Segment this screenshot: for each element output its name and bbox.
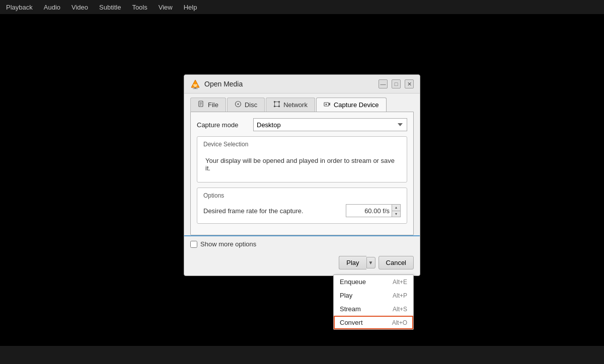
dropdown-stream-shortcut: Alt+S <box>393 306 407 313</box>
frame-rate-spinbox: ▴ ▾ <box>346 204 401 217</box>
dropdown-play-label: Play <box>340 292 352 299</box>
svg-point-21 <box>325 104 327 105</box>
svg-rect-14 <box>278 106 280 107</box>
play-button-group: Play ▼ <box>339 256 375 269</box>
dialog-overlay: Open Media — □ ✕ File Disc <box>0 14 604 346</box>
dropdown-play[interactable]: Play Alt+P <box>334 289 413 302</box>
device-selection-text: Your display will be opened and played i… <box>203 153 401 176</box>
menu-video[interactable]: Video <box>69 3 90 12</box>
maximize-button[interactable]: □ <box>392 79 401 88</box>
svg-rect-11 <box>274 101 275 103</box>
capture-mode-label: Capture mode <box>197 121 247 129</box>
open-media-dialog: Open Media — □ ✕ File Disc <box>184 74 420 276</box>
dialog-titlebar: Open Media — □ ✕ <box>184 75 420 94</box>
options-group: Options Desired frame rate for the captu… <box>197 188 407 224</box>
tab-bar: File Disc Network Capture Device <box>184 94 420 112</box>
play-button[interactable]: Play <box>339 256 366 269</box>
options-title: Options <box>203 192 401 199</box>
tab-capture-device[interactable]: Capture Device <box>316 98 387 112</box>
capture-mode-select[interactable]: Desktop DirectShow TV - digital TV - ana… <box>253 118 407 131</box>
menu-bar: Playback Audio Video Subtitle Tools View… <box>0 0 604 14</box>
menu-help[interactable]: Help <box>182 3 199 12</box>
device-selection-title: Device Selection <box>203 141 401 148</box>
disc-icon <box>235 101 242 109</box>
dropdown-convert-shortcut: Alt+O <box>392 319 407 326</box>
show-more-checkbox[interactable] <box>190 241 197 248</box>
frame-rate-label: Desired frame rate for the capture. <box>203 207 341 215</box>
play-dropdown-toggle[interactable]: ▼ <box>366 257 375 268</box>
show-more-row: Show more options <box>184 236 420 252</box>
tab-network[interactable]: Network <box>266 98 315 112</box>
spinbox-down[interactable]: ▾ <box>392 211 400 217</box>
menu-audio[interactable]: Audio <box>42 3 62 12</box>
svg-rect-12 <box>274 106 275 107</box>
dropdown-stream[interactable]: Stream Alt+S <box>334 302 413 316</box>
dropdown-enqueue-label: Enqueue <box>340 278 366 286</box>
play-dropdown-menu: Enqueue Alt+E Play Alt+P Stream Alt+S Co… <box>333 275 414 330</box>
dialog-controls: — □ ✕ <box>379 79 414 88</box>
device-selection-group: Device Selection Your display will be op… <box>197 136 407 183</box>
menu-view[interactable]: View <box>157 3 175 12</box>
frame-rate-row: Desired frame rate for the capture. ▴ ▾ <box>203 204 401 217</box>
cancel-button[interactable]: Cancel <box>379 256 414 269</box>
tab-network-label: Network <box>283 101 308 109</box>
tab-file[interactable]: File <box>190 98 226 112</box>
minimize-button[interactable]: — <box>379 79 388 88</box>
dropdown-convert[interactable]: Convert Alt+O <box>334 316 413 329</box>
menu-playback[interactable]: Playback <box>4 3 35 12</box>
show-more-label: Show more options <box>200 240 256 248</box>
dialog-title: Open Media <box>204 80 243 88</box>
capture-mode-row: Capture mode Desktop DirectShow TV - dig… <box>197 118 407 131</box>
dropdown-convert-label: Convert <box>340 319 363 326</box>
tab-capture-label: Capture Device <box>334 101 379 109</box>
dropdown-stream-label: Stream <box>340 305 361 313</box>
svg-rect-2 <box>193 88 198 89</box>
capture-icon <box>324 101 331 109</box>
dropdown-play-shortcut: Alt+P <box>393 292 407 299</box>
dialog-buttons: Play ▼ Cancel Enqueue Alt+E Play Alt+P S… <box>184 252 420 276</box>
bottom-bar <box>0 346 604 364</box>
vlc-icon <box>190 79 200 89</box>
tab-disc-label: Disc <box>245 101 257 109</box>
dropdown-enqueue-shortcut: Alt+E <box>393 279 407 286</box>
dropdown-enqueue[interactable]: Enqueue Alt+E <box>334 275 413 289</box>
svg-rect-1 <box>194 87 196 88</box>
frame-rate-input[interactable] <box>346 205 392 217</box>
file-icon <box>198 101 205 109</box>
spinbox-buttons: ▴ ▾ <box>392 205 400 217</box>
tab-disc[interactable]: Disc <box>227 98 265 112</box>
network-icon <box>273 101 280 109</box>
svg-rect-13 <box>278 101 280 103</box>
tab-content-capture: Capture mode Desktop DirectShow TV - dig… <box>190 112 414 235</box>
spinbox-up[interactable]: ▴ <box>392 205 400 211</box>
tab-file-label: File <box>208 101 218 109</box>
menu-tools[interactable]: Tools <box>130 3 149 12</box>
menu-subtitle[interactable]: Subtitle <box>97 3 123 12</box>
svg-point-10 <box>237 104 239 105</box>
close-button[interactable]: ✕ <box>405 79 414 88</box>
